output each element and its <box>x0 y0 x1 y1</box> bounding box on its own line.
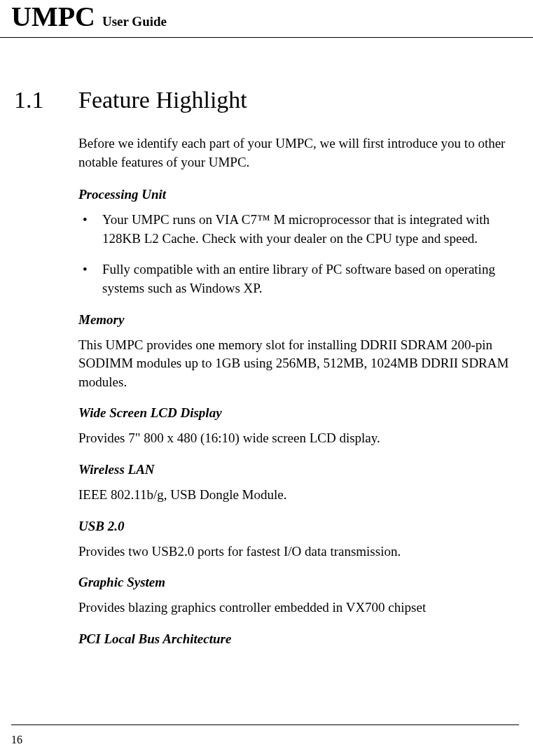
memory-body: This UMPC provides one memory slot for i… <box>78 336 512 392</box>
processing-heading: Processing Unit <box>78 187 512 202</box>
page-number: 16 <box>11 734 22 746</box>
processing-bullets: Your UMPC runs on VIA C7™ M microprocess… <box>78 211 512 298</box>
page-content: 1.1 Feature Highlight Before we identify… <box>0 87 533 647</box>
header-brand: UMPC <box>11 1 95 32</box>
usb-heading: USB 2.0 <box>78 519 512 534</box>
usb-body: Provides two USB2.0 ports for fastest I/… <box>78 542 512 561</box>
graphic-heading: Graphic System <box>78 575 512 590</box>
list-item: Your UMPC runs on VIA C7™ M microprocess… <box>78 211 512 248</box>
wlan-heading: Wireless LAN <box>78 462 512 477</box>
wlan-body: IEEE 802.11b/g, USB Dongle Module. <box>78 486 512 505</box>
section-title: Feature Highlight <box>78 87 247 113</box>
header-sub: User Guide <box>102 14 167 29</box>
section-heading-row: 1.1 Feature Highlight <box>14 87 512 113</box>
memory-heading: Memory <box>78 312 512 328</box>
footer-rule <box>11 724 519 725</box>
section-intro: Before we identify each part of your UMP… <box>78 134 512 172</box>
section-number: 1.1 <box>14 87 78 113</box>
display-heading: Wide Screen LCD Display <box>78 405 512 421</box>
list-item: Fully compatible with an entire library … <box>78 260 512 298</box>
page-header: UMPC User Guide <box>0 0 533 38</box>
display-body: Provides 7" 800 x 480 (16:10) wide scree… <box>78 429 512 448</box>
pci-heading: PCI Local Bus Architecture <box>78 631 512 647</box>
graphic-body: Provides blazing graphics controller emb… <box>78 598 512 617</box>
